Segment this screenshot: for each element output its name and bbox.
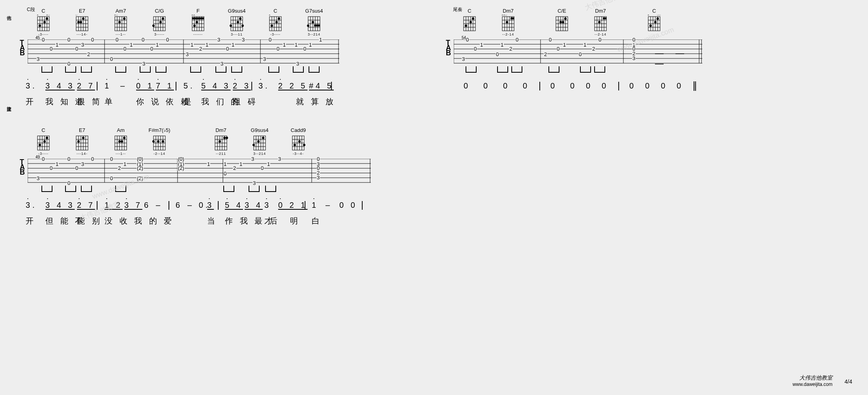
svg-rect-234 (603, 17, 606, 19)
tab-lines-icon (28, 40, 339, 64)
svg-text:×○: ×○ (46, 15, 50, 17)
chord-diagram: C-3---- (26, 127, 61, 156)
svg-point-70 (241, 24, 244, 27)
svg-point-24 (80, 21, 82, 23)
music-row-2: C-3---- E7---14- Am---1-- F#m7(♭5)-2--14… (8, 127, 422, 227)
chord-grid-icon: × (268, 15, 283, 32)
svg-point-93 (312, 21, 314, 23)
svg-point-223 (559, 21, 562, 23)
chord-diagram: Dm7--2-14 (583, 8, 618, 36)
svg-point-45 (159, 21, 162, 23)
svg-text:××○: ××○ (501, 15, 507, 17)
jianpu-line: 3.3 4 32 7|1–0 17 1|5.5 4 32 3|3.2 2 5#4… (26, 81, 422, 94)
chord-strip: C Dm7××○--2-14 C/E Dm7--2-14 C×○○ (452, 8, 848, 36)
brand-text: 大伟吉他教室 (793, 374, 832, 382)
music-row-1: C段 C ××○ -3---- E7 ○ ---14- Am7 ×○ ---1-… (8, 8, 422, 107)
tab-clef-icon: TAB (20, 160, 25, 175)
section-label: C段 (27, 6, 35, 13)
tab-clef-icon: TAB (20, 40, 25, 56)
svg-point-224 (562, 21, 564, 23)
sheet-page-right: 尾奏 C Dm7××○--2-14 C/E Dm7--2-14 C×○○ TAB… (434, 4, 848, 391)
svg-point-10 (39, 24, 41, 27)
jianpu-line: 0000|0000|0000‖ (452, 81, 848, 94)
chord-diagram: Am---1-- (103, 127, 138, 156)
chord-grid-icon: ×○○ (646, 15, 662, 32)
svg-rect-56 (192, 17, 204, 19)
svg-point-157 (223, 137, 226, 139)
chord-grid-icon: ××○ (500, 15, 516, 32)
chord-diagram: C/E (544, 8, 580, 36)
chord-diagram: F ×× ------ (180, 8, 216, 36)
chord-diagram: Cadd9-3--4- (281, 127, 316, 156)
svg-point-214 (506, 21, 508, 23)
chord-diagram: Dm7××○--2-14 (490, 8, 526, 36)
lyrics-line: 开我 知 道很 简单你 说 依 赖是我 们 的阻 碍就 算 放 (26, 96, 422, 107)
svg-point-201 (465, 24, 467, 27)
tab-staff: TAB 49 03 01 00 30 0 00 21 (20, 158, 363, 190)
chord-grid-icon (252, 134, 268, 151)
svg-point-202 (470, 21, 472, 23)
chord-grid-icon: ××○ (36, 15, 51, 32)
svg-point-203 (472, 17, 474, 20)
chord-diagram: G9sus4 3---11 (219, 8, 254, 36)
svg-point-35 (123, 17, 125, 20)
svg-point-44 (152, 24, 155, 27)
svg-point-156 (219, 140, 221, 143)
svg-point-92 (307, 24, 309, 27)
chord-grid-icon (290, 134, 306, 151)
svg-point-11 (43, 21, 46, 23)
chord-grid-icon: ○ (74, 15, 90, 32)
svg-point-68 (237, 21, 239, 23)
svg-point-80 (271, 24, 273, 27)
svg-point-168 (257, 140, 260, 143)
svg-point-22 (77, 21, 80, 23)
svg-text:○: ○ (75, 15, 77, 17)
chord-grid-icon (152, 134, 167, 151)
chord-grid-icon (74, 134, 90, 151)
svg-point-57 (193, 24, 196, 27)
chord-grid-icon: ×○ (113, 15, 129, 32)
chord-diagram: Dm7--211 (203, 127, 239, 156)
svg-point-125 (82, 137, 84, 139)
chord-diagram: Am7 ×○ ---1-- (103, 8, 138, 36)
svg-point-12 (46, 17, 48, 20)
chord-grid-icon (462, 15, 477, 32)
svg-point-124 (77, 140, 80, 143)
svg-point-246 (649, 24, 652, 27)
jianpu-line: 3.3 4 32 7|1 23 76–|6– 0.3|5 43 430 2 1|… (26, 201, 422, 213)
lyrics-line: 开但 能 不能 别没 收 我 的 爱当作 我 最 后才明白 (26, 216, 422, 227)
svg-point-147 (162, 140, 164, 143)
chord-grid-icon (113, 134, 129, 151)
chord-diagram: E7---14- (64, 127, 100, 156)
chord-diagram: E7 ○ ---14- (64, 8, 100, 36)
page-number: 4/4 (845, 378, 852, 385)
svg-point-225 (564, 17, 567, 20)
svg-text:××: ×× (191, 15, 195, 17)
chord-strip: C-3---- E7---14- Am---1-- F#m7(♭5)-2--14… (26, 127, 422, 156)
svg-point-235 (598, 21, 600, 23)
svg-point-113 (39, 144, 41, 146)
svg-point-178 (294, 144, 296, 146)
chord-grid-icon (152, 15, 167, 32)
chord-spacer (180, 127, 200, 156)
chord-strip: C ××○ -3---- E7 ○ ---14- Am7 ×○ ---1-- C… (26, 8, 422, 36)
svg-point-248 (657, 17, 659, 20)
chord-diagram: C×○○ (636, 8, 672, 36)
svg-text:○○: ○○ (657, 15, 661, 17)
footer-brand: 大伟吉他教室 www.daweijita.com (793, 374, 832, 387)
svg-point-82 (278, 17, 280, 20)
svg-point-146 (157, 140, 159, 143)
svg-point-158 (226, 137, 228, 139)
svg-text:×○: ×○ (114, 15, 118, 17)
svg-point-115 (46, 137, 48, 139)
tab-staff: TAB 45 0 3 0 1 0 0 3 0 2 0 0 0 0 1 0 (20, 39, 331, 70)
svg-point-67 (230, 24, 232, 27)
section-label: 尾奏 (453, 6, 462, 13)
chord-grid-icon: ×× (190, 15, 206, 32)
svg-point-247 (654, 21, 657, 23)
svg-text:×: × (647, 15, 649, 17)
chord-grid-icon (229, 15, 245, 32)
chord-grid-icon (36, 134, 51, 151)
svg-point-34 (118, 21, 121, 23)
svg-point-114 (43, 140, 46, 143)
